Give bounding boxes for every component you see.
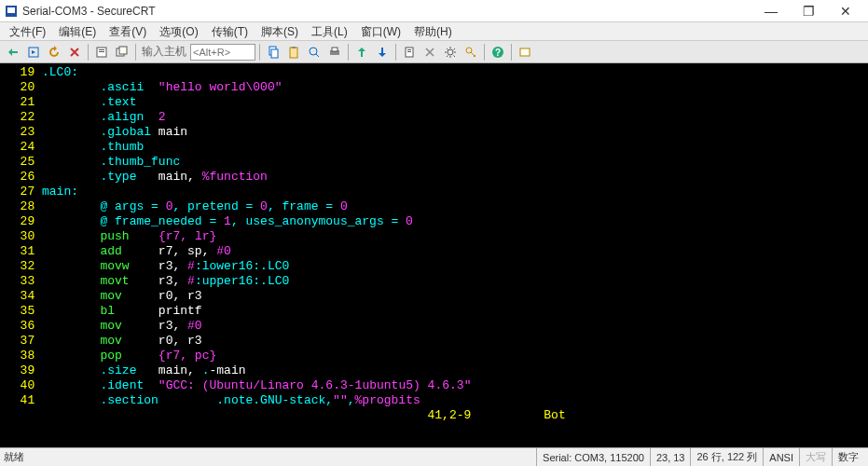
- statusbar: 就绪 Serial: COM3, 115200 23, 13 26 行, 122…: [0, 447, 868, 466]
- code-line: 39 .size main, .-main: [6, 363, 862, 378]
- code-line: 22 .align 2: [6, 110, 862, 125]
- toolbar-sep: [88, 44, 89, 61]
- code-line: 40 .ident "GCC: (Ubuntu/Linaro 4.6.3-1ub…: [6, 378, 862, 393]
- reconnect-icon[interactable]: [45, 43, 63, 62]
- code-line: 38 pop {r7, pc}: [6, 349, 862, 363]
- code-line: 19 .LC0:: [6, 65, 862, 80]
- menu-transfer[interactable]: 传输(T): [206, 22, 254, 41]
- window-title: Serial-COM3 - SecureCRT: [22, 5, 752, 18]
- menu-tools[interactable]: 工具(L): [306, 22, 353, 41]
- svg-rect-5: [99, 51, 104, 52]
- sessions-icon[interactable]: [113, 43, 131, 62]
- code-line: 35 bl printf: [6, 304, 862, 319]
- code-line: 29 @ frame_needed = 1, uses_anonymous_ar…: [6, 214, 862, 229]
- menu-help[interactable]: 帮助(H): [408, 22, 458, 41]
- quick-connect-icon[interactable]: [24, 43, 43, 62]
- copy-icon[interactable]: [264, 43, 282, 62]
- svg-rect-14: [332, 48, 338, 51]
- status-caps: 大写: [799, 448, 832, 466]
- code-line: 32 movw r3, #:lower16:.LC0: [6, 259, 862, 274]
- svg-point-18: [448, 49, 453, 55]
- menu-window[interactable]: 窗口(W): [355, 22, 406, 41]
- connect-icon[interactable]: [4, 43, 22, 62]
- code-line: 23 .global main: [6, 125, 862, 140]
- svg-text:?: ?: [495, 48, 501, 58]
- toolbar-sep: [511, 44, 512, 61]
- toolbar-sep: [259, 44, 260, 61]
- toolbar-extra-icon[interactable]: [516, 43, 534, 62]
- titlebar: Serial-COM3 - SecureCRT — ❐ ✕: [0, 0, 868, 22]
- code-line: 31 add r7, sp, #0: [6, 244, 862, 259]
- code-line: 34 mov r0, r3: [6, 289, 862, 304]
- status-num: 数字: [832, 448, 864, 466]
- code-line: 36 mov r3, #0: [6, 319, 862, 334]
- app-icon: [4, 4, 19, 19]
- menu-view[interactable]: 查看(V): [103, 22, 152, 41]
- code-line: 26 .type main, %function: [6, 170, 862, 185]
- menu-script[interactable]: 脚本(S): [255, 22, 304, 41]
- menu-options[interactable]: 选项(O): [154, 22, 203, 41]
- help-icon[interactable]: ?: [489, 43, 507, 62]
- code-line: 30 push {r7, lr}: [6, 229, 862, 244]
- disconnect-icon[interactable]: [65, 43, 84, 62]
- status-cursor-pos: 23, 13: [650, 448, 691, 466]
- find-icon[interactable]: [305, 43, 324, 62]
- code-line: 21 .text: [6, 95, 862, 110]
- code-line: 25 .thumb_func: [6, 155, 862, 170]
- status-mode: ANSI: [763, 448, 799, 466]
- svg-rect-1: [7, 7, 15, 13]
- code-line: 28 @ args = 0, pretend = 0, frame = 0: [6, 199, 862, 214]
- options-icon[interactable]: [441, 43, 460, 62]
- svg-rect-17: [407, 51, 411, 52]
- host-label: 输入主机: [140, 44, 188, 60]
- menubar: 文件(F) 编辑(E) 查看(V) 选项(O) 传输(T) 脚本(S) 工具(L…: [0, 22, 868, 41]
- terminal-view[interactable]: 19 .LC0: 20 .ascii "hello world\000" 21 …: [0, 63, 868, 447]
- toolbar-sep: [135, 44, 136, 61]
- menu-edit[interactable]: 编辑(E): [53, 22, 102, 41]
- toolbar-sep: [395, 44, 396, 61]
- svg-rect-11: [292, 47, 296, 48]
- status-connection: Serial: COM3, 115200: [536, 448, 650, 466]
- toolbar-sep: [484, 44, 485, 61]
- clear-icon[interactable]: [420, 43, 439, 62]
- paste-icon[interactable]: [284, 43, 303, 62]
- status-size: 26 行, 122 列: [690, 448, 763, 466]
- svg-rect-7: [119, 47, 127, 54]
- key-icon[interactable]: [462, 43, 480, 62]
- minimize-button[interactable]: —: [752, 1, 790, 21]
- status-ready: 就绪: [4, 450, 24, 464]
- svg-rect-4: [99, 49, 104, 50]
- restore-button[interactable]: ❐: [790, 1, 827, 21]
- toolbar-sep: [348, 44, 349, 61]
- code-line: 33 movt r3, #:upper16:.LC0: [6, 274, 862, 289]
- properties-icon[interactable]: [92, 43, 111, 62]
- code-line: 41 .section .note.GNU-stack,"",%progbits: [6, 393, 862, 408]
- svg-rect-22: [520, 48, 530, 56]
- svg-rect-9: [271, 49, 278, 58]
- menu-file[interactable]: 文件(F): [4, 22, 51, 41]
- vim-status-line: 41,2-9 Bot: [6, 408, 862, 423]
- svg-point-12: [310, 48, 317, 55]
- code-line: 20 .ascii "hello world\000": [6, 80, 862, 95]
- toolbar: 输入主机 ?: [0, 41, 868, 63]
- svg-rect-16: [407, 49, 411, 50]
- code-line: 24 .thumb: [6, 140, 862, 155]
- close-button[interactable]: ✕: [827, 1, 864, 21]
- code-line: 37 mov r0, r3: [6, 334, 862, 349]
- transfer-up-icon[interactable]: [352, 43, 371, 62]
- print-icon[interactable]: [325, 43, 344, 62]
- log-icon[interactable]: [400, 43, 419, 62]
- transfer-down-icon[interactable]: [373, 43, 392, 62]
- host-input[interactable]: [190, 44, 255, 61]
- code-line: 27 main:: [6, 185, 862, 199]
- svg-rect-10: [290, 48, 297, 58]
